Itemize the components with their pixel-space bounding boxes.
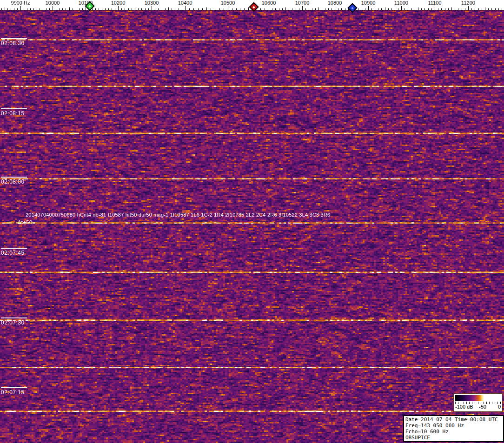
freq-tick <box>141 8 142 10</box>
freq-tick <box>240 8 240 10</box>
freq-tick <box>244 8 245 10</box>
freq-label: 10400 <box>178 0 192 6</box>
time-label: 02:08:00 <box>1 179 25 185</box>
color-gradient-bar <box>455 395 501 401</box>
freq-tick <box>232 8 232 10</box>
freq-tick <box>215 8 215 10</box>
freq-tick <box>37 7 37 10</box>
freq-tick <box>462 8 462 10</box>
freq-tick <box>49 8 50 10</box>
time-tick <box>1 387 27 388</box>
freq-tick <box>471 8 472 10</box>
freq-tick <box>112 8 112 10</box>
freq-tick <box>358 8 358 10</box>
freq-tick <box>17 8 18 10</box>
freq-tick <box>451 7 452 10</box>
freq-tick <box>56 8 56 10</box>
freq-tick <box>172 8 172 10</box>
freq-tick <box>219 8 220 10</box>
freq-tick <box>20 6 21 10</box>
freq-tick <box>408 8 408 10</box>
db-color-scale: -100 dB -50 0 <box>453 393 503 412</box>
freq-tick <box>206 7 207 10</box>
freq-tick <box>228 6 228 10</box>
freq-tick <box>168 7 169 10</box>
freq-tick <box>115 8 115 10</box>
time-tick <box>1 108 27 109</box>
freq-tick <box>302 6 303 10</box>
freq-tick <box>185 6 186 10</box>
info-date-line: Date=2014-07-04 Time=00:08 UTC <box>405 417 502 423</box>
freq-tick <box>315 8 316 10</box>
freq-tick <box>260 8 261 10</box>
freq-tick <box>338 8 338 10</box>
freq-tick <box>468 6 469 10</box>
freq-tick <box>445 8 445 10</box>
freq-tick <box>179 8 179 10</box>
freq-label: 10900 <box>361 0 376 6</box>
freq-tick <box>488 8 489 10</box>
freq-tick <box>438 8 438 10</box>
freq-tick <box>381 8 382 10</box>
freq-tick <box>265 8 265 10</box>
frequency-axis: 9900 Hz100001010010200103001040010500106… <box>0 0 504 11</box>
freq-tick <box>224 8 224 10</box>
freq-tick <box>73 8 73 10</box>
time-label: 02:08:30 <box>1 40 25 46</box>
marker-red-core <box>252 6 255 8</box>
freq-tick <box>43 8 43 10</box>
freq-tick <box>385 7 385 10</box>
time-tick <box>1 177 27 178</box>
freq-tick <box>148 8 149 10</box>
freq-label: 11100 <box>428 0 442 6</box>
freq-tick <box>30 8 31 10</box>
freq-tick <box>158 8 159 10</box>
freq-tick <box>421 8 422 10</box>
freq-tick <box>189 8 190 10</box>
freq-tick <box>391 8 392 10</box>
freq-tick <box>198 8 199 10</box>
time-label: 02:07:15 <box>1 389 25 396</box>
freq-tick <box>5 7 5 10</box>
freq-tick <box>125 8 125 10</box>
freq-tick <box>33 8 34 10</box>
freq-tick <box>132 8 132 10</box>
freq-label: 10700 <box>295 0 310 6</box>
color-scale-labels: -100 dB -50 0 <box>454 404 503 411</box>
freq-tick <box>152 6 152 10</box>
freq-tick <box>128 8 129 10</box>
freq-tick <box>11 8 11 10</box>
freq-tick <box>441 8 442 10</box>
freq-tick <box>162 8 162 10</box>
freq-tick <box>328 8 329 10</box>
time-tick <box>1 317 27 318</box>
freq-tick <box>193 8 194 10</box>
marker-red-diamond-icon[interactable] <box>249 2 259 12</box>
freq-tick <box>378 8 378 10</box>
freq-label: 10800 <box>328 0 342 6</box>
freq-tick <box>482 8 482 10</box>
freq-tick <box>458 8 458 10</box>
freq-tick <box>368 6 369 10</box>
freq-tick <box>502 8 502 10</box>
time-tick <box>1 248 27 249</box>
freq-label: 9900 Hz <box>11 0 30 6</box>
freq-tick <box>69 7 70 10</box>
freq-label: 10300 <box>145 0 159 6</box>
freq-tick <box>401 6 402 10</box>
freq-tick <box>322 8 322 10</box>
freq-tick <box>202 8 203 10</box>
freq-tick <box>46 8 46 10</box>
info-station-line: OBSUPICE <box>405 435 502 441</box>
freq-tick <box>418 7 418 10</box>
freq-tick <box>145 8 146 10</box>
freq-tick <box>296 8 296 10</box>
freq-tick <box>248 7 249 10</box>
freq-tick <box>312 8 312 10</box>
freq-label: 11000 <box>394 0 408 6</box>
freq-tick <box>102 7 102 10</box>
freq-label: 10600 <box>262 0 276 6</box>
freq-tick <box>455 8 455 10</box>
freq-label: 10200 <box>111 0 126 6</box>
freq-tick <box>365 8 365 10</box>
